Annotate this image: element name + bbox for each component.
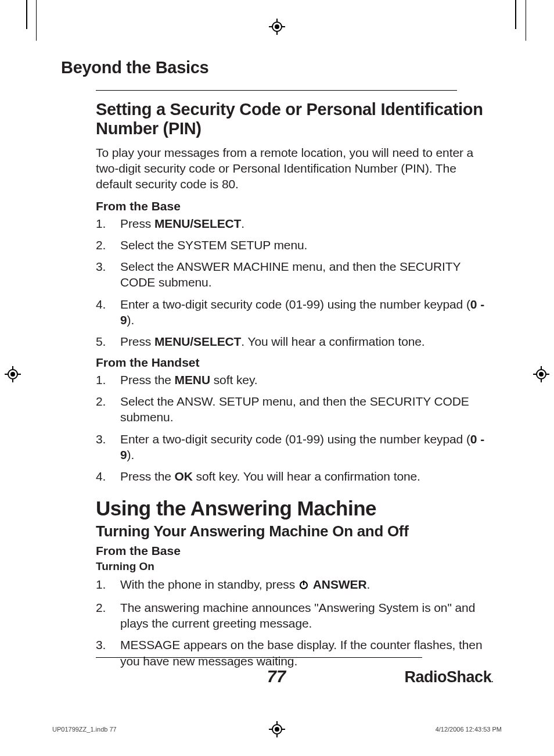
heading-using: Using the Answering Machine: [96, 497, 493, 520]
list-item: 2.Select the SYSTEM SETUP menu.: [96, 237, 493, 253]
intro-text: To play your messages from a remote loca…: [96, 145, 493, 192]
heading-security: Setting a Security Code or Personal Iden…: [96, 100, 493, 139]
list-item: 5.Press MENU/SELECT. You will hear a con…: [96, 334, 493, 349]
crop-mark: [36, 0, 37, 41]
divider: [96, 657, 422, 658]
from-base-heading-2: From the Base: [96, 544, 493, 558]
svg-point-1: [275, 24, 279, 29]
section-title: Beyond the Basics: [61, 58, 493, 77]
list-item: 3.Select the ANSWER MACHINE menu, and th…: [96, 259, 493, 291]
footer: 77 RadioShack.: [61, 640, 493, 686]
svg-point-13: [539, 372, 544, 377]
handset-steps-list: 1.Press the MENU soft key.2.Select the A…: [96, 372, 493, 485]
crop-mark: [526, 0, 526, 41]
heading-turning: Turning Your Answering Machine On and Of…: [96, 522, 493, 540]
registration-mark-icon: [269, 19, 285, 35]
registration-mark-icon: [5, 366, 21, 382]
from-handset-heading: From the Handset: [96, 356, 493, 370]
list-item: 2.Select the ANSW. SETUP menu, and then …: [96, 393, 493, 425]
brand-logo: RadioShack.: [405, 668, 493, 686]
list-item: 4.Enter a two-digit security code (01-99…: [96, 296, 493, 328]
divider: [96, 90, 457, 91]
svg-point-7: [10, 372, 15, 377]
page-content: Beyond the Basics Setting a Security Cod…: [61, 58, 493, 675]
base-steps-list: 1.Press MENU/SELECT.2.Select the SYSTEM …: [96, 216, 493, 350]
list-item: 4.Press the OK soft key. You will hear a…: [96, 468, 493, 484]
list-item: 2.The answering machine announces "Answe…: [96, 600, 493, 632]
from-base-heading: From the Base: [96, 199, 493, 213]
list-item: 1.With the phone in standby, press ANSWE…: [96, 576, 493, 593]
power-icon: [298, 578, 309, 593]
print-metadata: UP01799ZZ_1.indb 77 4/12/2006 12:43:53 P…: [52, 726, 502, 733]
print-timestamp: 4/12/2006 12:43:53 PM: [436, 726, 502, 733]
registration-mark-icon: [533, 366, 549, 382]
crop-mark: [515, 0, 516, 29]
page-number: 77: [96, 667, 457, 686]
list-item: 3.Enter a two-digit security code (01-99…: [96, 431, 493, 463]
list-item: 1.Press the MENU soft key.: [96, 372, 493, 388]
source-file: UP01799ZZ_1.indb 77: [52, 726, 117, 733]
crop-mark: [26, 0, 27, 29]
list-item: 1.Press MENU/SELECT.: [96, 216, 493, 231]
turning-on-heading: Turning On: [96, 560, 493, 573]
